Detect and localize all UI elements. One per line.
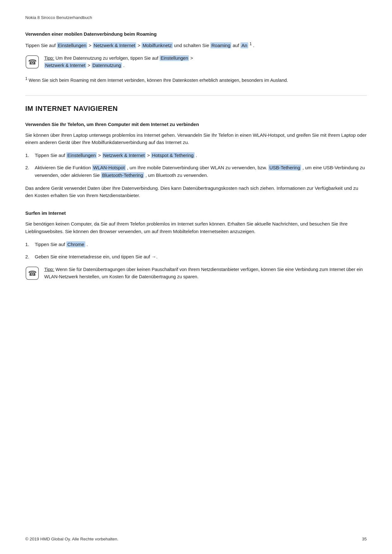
section1-body: Tippen Sie auf Einstellungen > Netzwerk … (25, 41, 367, 49)
li1-before: Tippen Sie auf (35, 153, 66, 158)
document-header: Nokia 8 Sirocco Benutzerhandbuch (25, 15, 367, 20)
section1-auf: auf (232, 43, 240, 48)
page-footer: © 2019 HMD Global Oy. Alle Rechte vorbeh… (25, 537, 367, 541)
list-item-1: 1. Tippen Sie auf Einstellungen > Netzwe… (25, 152, 367, 159)
li1-netzwerk: Netzwerk & Internet (102, 152, 146, 158)
section2-divider: IM INTERNET NAVIGIEREN (25, 95, 367, 113)
list-item-2-content: Aktivieren Sie die Funktion WLAN-Hotspot… (35, 164, 367, 179)
section1-heading: Verwenden einer mobilen Datenverbindung … (25, 31, 367, 37)
tip-1-content: Tipp: Um Ihre Datennutzung zu verfolgen,… (44, 55, 193, 69)
footer-copyright: © 2019 HMD Global Oy. Alle Rechte vorbeh… (25, 537, 118, 541)
list-item-1-content: Tippen Sie auf Einstellungen > Netzwerk … (35, 152, 197, 159)
li1-sep1: > (98, 153, 102, 158)
li2-before: Aktivieren Sie die Funktion (35, 165, 92, 170)
svg-text:☎: ☎ (28, 269, 37, 277)
li2-after: , um Bluetooth zu verwenden. (145, 172, 208, 178)
section1-intro: Tippen Sie auf (25, 43, 56, 48)
section3-list-item-1: 1. Tippen Sie auf Chrome . (25, 241, 367, 248)
tip1-text: Um Ihre Datennutzung zu verfolgen, tippe… (56, 56, 160, 61)
section1-dot: . (253, 43, 254, 48)
tip1-dot: . (123, 63, 124, 68)
footnote-text: Wenn Sie sich beim Roaming mit dem Inter… (29, 78, 288, 83)
s3-li1-chrome: Chrome (66, 241, 85, 247)
li1-einstellungen: Einstellungen (66, 152, 97, 158)
s3-list-num-1: 1. (25, 241, 32, 248)
s3-li1-before: Tippen Sie auf (35, 242, 66, 247)
document-title: Nokia 8 Sirocco Benutzerhandbuch (25, 15, 92, 20)
section2-para1: Sie können über Ihren Laptop unterwegs p… (25, 131, 367, 146)
highlight-an: An (240, 42, 248, 48)
highlight-netzwerk-1: Netzwerk & Internet (93, 42, 136, 48)
li1-hotspot: Hotspot & Tethering (151, 152, 194, 158)
section1-sep2: > (137, 43, 142, 48)
s3-list-num-2: 2. (25, 253, 32, 260)
li1-dot: . (196, 153, 197, 158)
section1-sep1: > (89, 43, 93, 48)
tip1-highlight-einstellungen: Einstellungen (160, 55, 189, 61)
tip1-sep2: > (87, 63, 92, 68)
s3-list-item-1-content: Tippen Sie auf Chrome . (35, 241, 88, 248)
section3-list-item-2: 2. Geben Sie eine Internetadresse ein, u… (25, 253, 367, 260)
list-item-2: 2. Aktivieren Sie die Funktion WLAN-Hots… (25, 164, 367, 179)
tip-box-2: ☎ Tipp: Wenn Sie für Datenübertragungen … (25, 266, 367, 281)
list-num-1: 1. (25, 152, 32, 159)
section3-para1: Sie benötigen keinen Computer, da Sie au… (25, 220, 367, 235)
tip-box-1: ☎ Tipp: Um Ihre Datennutzung zu verfolge… (25, 55, 367, 70)
tip1-label: Tipp: (44, 56, 54, 61)
tip-icon-1: ☎ (25, 55, 39, 70)
tip2-text: Wenn Sie für Datenübertragungen über kei… (44, 267, 363, 279)
s3-list-item-2-text: Geben Sie eine Internetadresse ein, und … (35, 253, 158, 260)
highlight-einstellungen-1: Einstellungen (57, 42, 87, 48)
highlight-mobilfunk: Mobilfunknetz (142, 42, 173, 48)
section-separator (25, 95, 367, 96)
section2-para2: Das andere Gerät verwendet Daten über Ih… (25, 184, 367, 199)
tip-icon-2: ☎ (25, 267, 39, 281)
tip1-highlight-netzwerk: Netzwerk & Internet (44, 63, 86, 68)
section3-subheading: Surfen im Internet (25, 210, 367, 216)
tip1-highlight-datennutzung: Datennutzung (92, 63, 122, 68)
tip2-label: Tipp: (44, 267, 54, 272)
li1-sep2: > (147, 153, 151, 158)
footnote-num: 1 (25, 76, 27, 81)
s3-li1-dot: . (87, 242, 88, 247)
footer-page-number: 35 (362, 537, 367, 541)
li2-wlan: WLAN-Hotspot (92, 165, 126, 171)
section3-list: 1. Tippen Sie auf Chrome . 2. Geben Sie … (25, 241, 367, 261)
section2-list: 1. Tippen Sie auf Einstellungen > Netzwe… (25, 152, 367, 179)
footnote-ref-1: 1 (250, 42, 252, 46)
list-num-2: 2. (25, 164, 32, 179)
section2-big-heading: IM INTERNET NAVIGIEREN (25, 105, 367, 113)
section1-mid: und schalten Sie (174, 43, 209, 48)
tip1-sep: > (190, 56, 193, 61)
section2-subheading: Verwenden Sie Ihr Telefon, um Ihren Comp… (25, 122, 367, 127)
svg-text:☎: ☎ (28, 58, 37, 66)
page: Nokia 8 Sirocco Benutzerhandbuch Verwend… (0, 0, 392, 554)
li2-usb: USB-Tethering (268, 165, 301, 171)
highlight-roaming: Roaming (210, 42, 231, 48)
li2-bluetooth: Bluetooth-Tethering (101, 172, 144, 178)
li2-mid1: , um Ihre mobile Datenverbindung über WL… (127, 165, 268, 170)
tip-2-content: Tipp: Wenn Sie für Datenübertragungen üb… (44, 266, 367, 280)
footnote-1: 1 Wenn Sie sich beim Roaming mit dem Int… (25, 76, 367, 84)
